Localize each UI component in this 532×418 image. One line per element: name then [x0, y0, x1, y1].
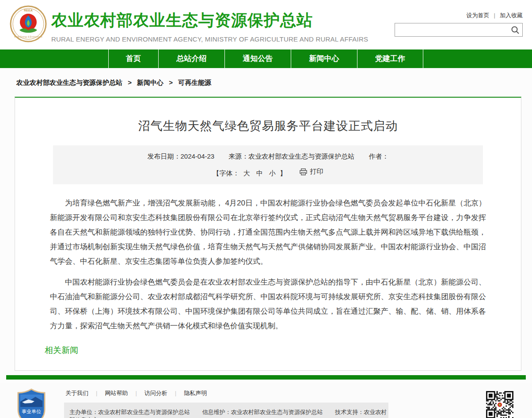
article-meta-line1: 发布日期：2024-04-23 来源：农业农村部农业生态与资源保护总站 作者：	[53, 152, 483, 161]
article-paragraph: 为培育绿色燃气新产业，增强沼气发展新动能， 4月20日，中国农村能源行业协会绿色…	[50, 196, 486, 269]
main-nav-menu: 首页 总站介绍 通知公告 新闻中心 党建工作	[108, 49, 532, 68]
source-label: 来源：	[228, 152, 248, 160]
font-size-label-end: 】	[280, 169, 286, 177]
font-small-button[interactable]: 小	[269, 169, 276, 177]
support-label: 技术支持：	[335, 409, 364, 415]
page: REEA Rural Energy & Environment 农业农村部农业生…	[0, 0, 532, 418]
font-medium-button[interactable]: 中	[256, 169, 263, 177]
footer-links-separator: |	[96, 390, 97, 396]
footer-organizer: 主办单位：农业农村部农业生态与资源保护总站	[69, 409, 190, 415]
site-title-block: 农业农村部农业生态与资源保护总站 RURAL ENERGY AND ENVIRO…	[51, 10, 368, 43]
nav-item-news[interactable]: 新闻中心	[291, 49, 357, 68]
nav-item-party[interactable]: 党建工作	[357, 49, 423, 68]
top-links-separator: |	[494, 12, 495, 19]
footer-links-separator: |	[175, 390, 176, 396]
green-divider	[6, 375, 526, 380]
add-favorite-link[interactable]: 加入收藏	[500, 12, 523, 19]
svg-text:Rural Energy & Environment: Rural Energy & Environment	[14, 35, 42, 38]
nav-item-notices[interactable]: 通知公告	[224, 49, 291, 68]
breadcrumb-separator: >	[128, 79, 132, 86]
font-size-label: 【字体：	[213, 169, 239, 177]
organizer-label: 主办单位：	[69, 409, 98, 415]
site-header: REEA Rural Energy & Environment 农业农村部农业生…	[0, 0, 532, 49]
site-subtitle: RURAL ENERGY AND ENVIRONMENT AGENCY, MIN…	[51, 35, 368, 43]
source: 来源：农业农村部农业生态与资源保护总站	[228, 152, 354, 160]
footer-link-analytics[interactable]: 访问分析	[144, 390, 167, 396]
breadcrumb-news-center[interactable]: 新闻中心	[137, 79, 163, 86]
print-label: 打印	[310, 167, 323, 176]
article-meta-bar: 发布日期：2024-04-23 来源：农业农村部农业生态与资源保护总站 作者： …	[53, 145, 483, 184]
set-home-link[interactable]: 设为首页	[467, 12, 490, 19]
institution-badge-label: 事业单位	[22, 409, 41, 414]
footer-links: 关于我们|网站帮助|访问分析|隐私声明	[65, 389, 207, 397]
search-input[interactable]	[399, 24, 508, 35]
publish-date: 发布日期：2024-04-23	[147, 152, 214, 160]
organizer-value: 农业农村部农业生态与资源保护总站	[98, 409, 190, 415]
agency-logo-icon[interactable]: REEA Rural Energy & Environment	[10, 5, 47, 42]
breadcrumb: 农业农村部农业生态与资源保护总站 > 新闻中心 > 可再生能源	[0, 68, 532, 93]
printer-icon	[300, 168, 307, 175]
footer-links-separator: |	[135, 390, 137, 396]
article-meta-line2: 【字体： 大 中 小 】 打印	[53, 167, 483, 178]
footer-maintenance: 信息维护：农业农村部农业生态与资源保护总站	[202, 409, 323, 415]
footer-info-line1: 主办单位：农业农村部农业生态与资源保护总站 信息维护：农业农村部农业生态与资源保…	[69, 408, 388, 418]
search-icon[interactable]	[511, 26, 520, 34]
footer-link-help[interactable]: 网站帮助	[105, 390, 128, 396]
article-title: 沼气生物天然气绿色贸易服务平台建设正式启动	[15, 118, 521, 134]
qr-code	[486, 391, 513, 418]
footer-link-privacy[interactable]: 隐私声明	[184, 390, 207, 396]
author-label: 作者：	[369, 152, 389, 160]
source-value: 农业农村部农业生态与资源保护总站	[248, 152, 354, 160]
article-paragraph: 中国农村能源行业协会绿色燃气委员会是在农业农村部农业生态与资源保护总站的指导下，…	[50, 275, 486, 333]
site-title: 农业农村部农业生态与资源保护总站	[51, 10, 368, 31]
publish-date-value: 2024-04-23	[180, 152, 214, 160]
footer-link-about[interactable]: 关于我们	[65, 390, 88, 396]
maintenance-value: 农业农村部农业生态与资源保护总站	[231, 409, 323, 415]
breadcrumb-root[interactable]: 农业农村部农业生态与资源保护总站	[16, 79, 122, 86]
related-news-heading[interactable]: 相关新闻	[45, 345, 521, 356]
article-container: 沼气生物天然气绿色贸易服务平台建设正式启动 发布日期：2024-04-23 来源…	[15, 97, 521, 371]
print-button[interactable]: 打印	[300, 167, 323, 176]
maintenance-label: 信息维护：	[202, 409, 231, 415]
breadcrumb-renewable-energy[interactable]: 可再生能源	[178, 79, 211, 86]
footer-info-box: 主办单位：农业农村部农业生态与资源保护总站 信息维护：农业农村部农业生态与资源保…	[64, 403, 388, 418]
top-utility-links: 设为首页|加入收藏	[467, 11, 523, 19]
font-large-button[interactable]: 大	[243, 169, 250, 177]
breadcrumb-separator: >	[169, 79, 173, 86]
main-nav: 首页 总站介绍 通知公告 新闻中心 党建工作	[0, 49, 532, 68]
svg-text:REEA: REEA	[24, 9, 32, 12]
nav-item-about[interactable]: 总站介绍	[158, 49, 224, 68]
publish-date-label: 发布日期：	[147, 152, 180, 160]
nav-item-home[interactable]: 首页	[108, 49, 158, 68]
search-box	[395, 23, 523, 37]
institution-badge-icon[interactable]: 事业单位	[17, 388, 46, 418]
site-footer: 事业单位 关于我们|网站帮助|访问分析|隐私声明 主办单位：农业农村部农业生态与…	[0, 383, 532, 418]
article-body: 为培育绿色燃气新产业，增强沼气发展新动能， 4月20日，中国农村能源行业协会绿色…	[50, 196, 486, 333]
